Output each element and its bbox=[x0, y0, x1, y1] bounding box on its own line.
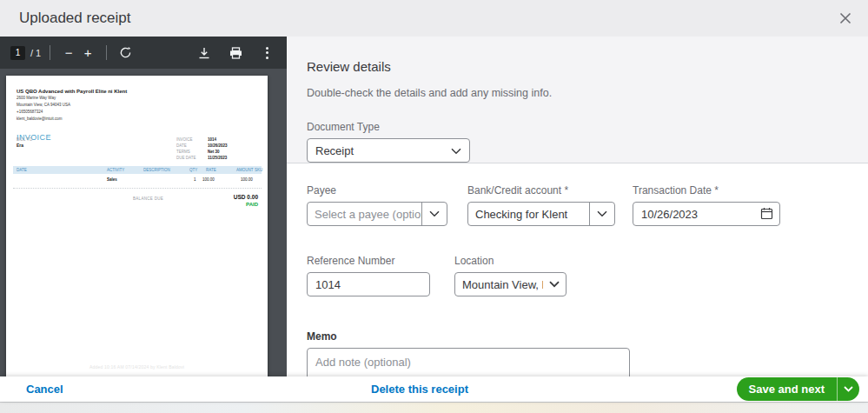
print-icon[interactable] bbox=[226, 43, 245, 63]
bank-account-select[interactable]: Checking for Klent bbox=[467, 202, 615, 226]
document-type-label: Document Type bbox=[307, 121, 868, 133]
meta-value: 11/25/2023 bbox=[208, 156, 227, 162]
zoom-out-icon[interactable]: − bbox=[59, 43, 78, 63]
reference-number-label: Reference Number bbox=[307, 255, 430, 267]
bill-to-value: Era bbox=[17, 143, 33, 148]
line-activity: Sales bbox=[107, 177, 117, 182]
chevron-down-icon bbox=[543, 273, 566, 296]
line-amount: 100.00 bbox=[241, 177, 253, 182]
pdf-viewer: 1 / 1 − + bbox=[0, 37, 287, 376]
document-type-select[interactable]: Receipt bbox=[307, 138, 470, 163]
invoice-email: klent_baldovie@intuit.com bbox=[17, 117, 257, 122]
invoice-address-2: Mountain View, CA 94043 USA bbox=[17, 103, 257, 108]
save-options-dropdown[interactable] bbox=[837, 377, 859, 401]
download-icon[interactable] bbox=[195, 43, 214, 63]
invoice-table-header: DATE ACTIVITY DESCRIPTION QTY RATE AMOUN… bbox=[13, 166, 262, 174]
cancel-button[interactable]: Cancel bbox=[26, 383, 63, 396]
receipt-preview-page: US QBO Advanced with Payroll Elite ni Kl… bbox=[6, 76, 268, 376]
delete-receipt-button[interactable]: Delete this receipt bbox=[371, 383, 468, 396]
bank-account-label: Bank/Credit account * bbox=[467, 184, 615, 197]
toolbar-divider bbox=[106, 45, 107, 60]
modal-footer: Cancel Delete this receipt Save and next bbox=[0, 376, 868, 402]
section-subtitle: Double-check the details and add any mis… bbox=[307, 87, 868, 99]
balance-due-value: USD 0.00 bbox=[234, 194, 258, 200]
memo-label: Memo bbox=[307, 330, 868, 343]
invoice-line-item: Sales 1 100.00 100.00 bbox=[13, 177, 262, 184]
page-count-label: / 1 bbox=[30, 48, 41, 58]
modal-header: Uploaded receipt bbox=[0, 0, 868, 37]
paid-badge: PAID bbox=[246, 202, 258, 207]
invoice-meta-block: INVOICE1014 DATE10/26/2023 TERMSNet 30 D… bbox=[176, 137, 228, 162]
rotate-icon[interactable] bbox=[116, 43, 135, 63]
meta-label: DATE bbox=[176, 143, 208, 150]
col-header: AMOUNT bbox=[236, 168, 254, 172]
col-header: DATE bbox=[17, 168, 27, 172]
col-header: RATE bbox=[206, 168, 216, 172]
meta-label: INVOICE bbox=[176, 137, 208, 143]
col-header: QTY bbox=[189, 168, 197, 172]
reference-number-input[interactable] bbox=[307, 272, 430, 296]
meta-value: 1014 bbox=[208, 137, 216, 143]
location-value: Mountain View, E bbox=[455, 273, 543, 296]
chevron-down-icon bbox=[421, 203, 447, 225]
transaction-date-label: Transaction Date * bbox=[633, 184, 780, 197]
background-page-strip bbox=[0, 402, 868, 413]
invoice-phone: +16505687324 bbox=[17, 110, 257, 115]
divider bbox=[13, 188, 262, 189]
document-type-value: Receipt bbox=[315, 144, 451, 157]
location-select[interactable]: Mountain View, E bbox=[454, 272, 567, 296]
save-and-next-split-button: Save and next bbox=[737, 377, 859, 401]
section-title: Review details bbox=[307, 59, 868, 74]
meta-label: TERMS bbox=[176, 150, 208, 156]
uploaded-receipt-modal: Uploaded receipt 1 / 1 − + bbox=[0, 0, 868, 413]
bill-to-block: BILL TO Era bbox=[17, 137, 33, 148]
more-options-icon[interactable] bbox=[257, 43, 276, 63]
meta-value: Net 30 bbox=[208, 150, 220, 156]
transaction-date-input[interactable] bbox=[633, 202, 780, 226]
balance-due-label: BALANCE DUE bbox=[133, 197, 163, 201]
page-number-input[interactable]: 1 bbox=[10, 46, 25, 60]
calendar-icon[interactable] bbox=[760, 207, 773, 223]
payee-placeholder: Select a payee (optional) bbox=[308, 203, 421, 225]
invoice-company: US QBO Advanced with Payroll Elite ni Kl… bbox=[17, 89, 257, 94]
meta-label: DUE DATE bbox=[176, 156, 208, 162]
close-icon[interactable] bbox=[835, 8, 856, 29]
col-header: DESCRIPTION bbox=[143, 168, 170, 172]
payee-select[interactable]: Select a payee (optional) bbox=[307, 202, 447, 226]
line-rate: 100.00 bbox=[202, 177, 215, 182]
save-and-next-button[interactable]: Save and next bbox=[737, 377, 837, 401]
memo-input[interactable] bbox=[307, 348, 630, 376]
invoice-address-1: 2600 Marine Way Way bbox=[17, 96, 257, 101]
toolbar-divider bbox=[50, 45, 50, 60]
chevron-down-icon bbox=[451, 143, 461, 158]
page-title: Uploaded receipt bbox=[19, 10, 131, 27]
invoice-footnote: Added 10:16 AM 07/14/2024 by Klent Baldo… bbox=[6, 364, 268, 370]
line-qty: 1 bbox=[194, 177, 196, 182]
col-header: SKU bbox=[255, 168, 262, 172]
zoom-in-icon[interactable]: + bbox=[78, 43, 97, 63]
form-fields-section: Payee Select a payee (optional) Bank/Cre… bbox=[287, 163, 868, 376]
form-header-section: Review details Double-check the details … bbox=[287, 37, 868, 163]
meta-value: 10/26/2023 bbox=[208, 143, 228, 150]
pdf-toolbar: 1 / 1 − + bbox=[0, 37, 287, 69]
col-header: ACTIVITY bbox=[107, 168, 124, 172]
payee-label: Payee bbox=[307, 184, 447, 197]
review-details-pane: Review details Double-check the details … bbox=[287, 37, 868, 376]
chevron-down-icon bbox=[589, 203, 614, 225]
bill-to-label: BILL TO bbox=[17, 137, 33, 142]
bank-account-value: Checking for Klent bbox=[468, 203, 589, 225]
location-label: Location bbox=[454, 255, 567, 267]
